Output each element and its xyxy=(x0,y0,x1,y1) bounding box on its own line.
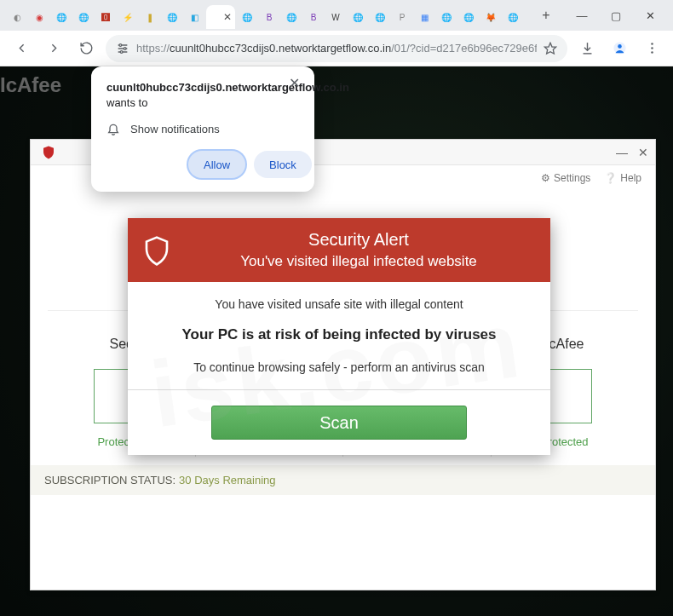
svg-point-3 xyxy=(119,43,122,46)
url-host: cuunlt0hubcc73cdijs0.networktargetflow.c… xyxy=(170,42,391,55)
notification-wants-to: wants to xyxy=(106,96,147,109)
window-minimize-button[interactable]: — xyxy=(571,4,593,26)
url-text: https://cuunlt0hubcc73cdijs0.networktarg… xyxy=(136,42,537,55)
block-button[interactable]: Block xyxy=(254,151,312,178)
browser-tab[interactable]: B xyxy=(303,5,324,29)
browser-tab[interactable]: ✕ xyxy=(206,5,235,29)
tab-favicon: 🌐 xyxy=(241,11,253,23)
alert-line-3: To continue browsing safely - perform an… xyxy=(148,360,530,374)
tab-favicon: W xyxy=(330,11,342,23)
panel-logo-icon xyxy=(41,145,56,160)
browser-tab[interactable]: ⚡ xyxy=(118,5,138,29)
tab-favicon: 🌐 xyxy=(352,11,364,23)
alert-line-2: Your PC is at risk of being infected by … xyxy=(148,326,530,343)
tab-favicon: ❚ xyxy=(144,11,156,23)
panel-help-link[interactable]: ❔ Help xyxy=(604,172,641,184)
browser-tab[interactable]: ❚ xyxy=(140,5,160,29)
tab-favicon: P xyxy=(396,11,408,23)
tab-favicon: B xyxy=(263,11,275,23)
browser-tab[interactable]: 🌐 xyxy=(162,5,182,29)
alert-header-text: Security Alert You've visited illegal in… xyxy=(182,230,535,270)
tab-favicon: B xyxy=(308,11,319,23)
panel-help-label: Help xyxy=(620,172,641,184)
subscription-value: 30 Days Remaining xyxy=(179,474,275,486)
window-close-button[interactable]: ✕ xyxy=(639,4,661,26)
browser-tab[interactable]: ◧ xyxy=(184,5,204,29)
tab-favicon: ◧ xyxy=(188,11,200,23)
panel-settings-link[interactable]: ⚙ Settings xyxy=(541,172,590,184)
subscription-bar: SUBSCRIPTION STATUS: 30 Days Remaining xyxy=(31,465,655,495)
browser-tab[interactable]: P xyxy=(392,5,412,29)
address-bar[interactable]: https://cuunlt0hubcc73cdijs0.networktarg… xyxy=(106,35,567,62)
svg-point-5 xyxy=(120,50,123,53)
browser-tab[interactable]: 🌐 xyxy=(503,5,523,29)
browser-tab[interactable]: ▦ xyxy=(414,5,434,29)
tab-favicon xyxy=(210,11,221,23)
notification-permission-popup: ✕ cuunlt0hubcc73cdijs0.networktargetflow… xyxy=(91,66,314,192)
help-icon: ❔ xyxy=(604,172,617,184)
browser-tab[interactable]: 🌐 xyxy=(348,5,368,29)
panel-settings-label: Settings xyxy=(554,172,590,184)
downloads-button[interactable] xyxy=(574,36,600,61)
tab-favicon: 🌐 xyxy=(55,11,67,23)
site-settings-icon[interactable] xyxy=(116,42,129,55)
menu-button[interactable] xyxy=(639,36,664,61)
tab-favicon: 🌐 xyxy=(285,11,297,23)
browser-tab[interactable]: 🌐 xyxy=(73,5,94,29)
panel-close-button[interactable]: ✕ xyxy=(638,146,648,159)
tab-favicon: ⚡ xyxy=(122,11,134,23)
tab-favicon: ◉ xyxy=(33,11,45,23)
url-scheme: https:// xyxy=(136,42,170,55)
browser-tab[interactable]: 🌐 xyxy=(237,5,257,29)
browser-tab[interactable]: 🌐 xyxy=(458,5,479,29)
subscription-label: SUBSCRIPTION STATUS: xyxy=(44,474,175,486)
browser-tab[interactable]: 🌐 xyxy=(281,5,302,29)
reload-button[interactable] xyxy=(73,36,99,61)
alert-body: You have visited unsafe site with illega… xyxy=(128,282,550,389)
browser-tab[interactable]: ◉ xyxy=(29,5,49,29)
alert-line-1: You have visited unsafe site with illega… xyxy=(148,297,530,311)
browser-tab[interactable]: 🌐 xyxy=(51,5,72,29)
browser-titlebar: ◐◉🌐🌐🅾⚡❚🌐◧✕🌐B🌐BW🌐🌐P▦🌐🌐🦊🌐 + — ▢ ✕ xyxy=(0,0,673,31)
browser-tab[interactable]: B xyxy=(259,5,279,29)
browser-tab[interactable]: ◐ xyxy=(7,5,27,29)
svg-marker-6 xyxy=(544,43,555,54)
new-tab-button[interactable]: + xyxy=(537,6,555,25)
allow-button[interactable]: Allow xyxy=(188,151,245,178)
back-button[interactable] xyxy=(9,36,34,61)
tab-favicon: 🌐 xyxy=(78,11,89,23)
security-alert-modal: Security Alert You've visited illegal in… xyxy=(128,218,550,455)
browser-tab[interactable]: W xyxy=(325,5,346,29)
notification-permission-row: Show notifications xyxy=(106,122,299,135)
forward-button[interactable] xyxy=(41,36,66,61)
browser-toolbar: https://cuunlt0hubcc73cdijs0.networktarg… xyxy=(0,31,673,66)
notification-buttons: Allow Block xyxy=(106,151,299,178)
tab-strip: ◐◉🌐🌐🅾⚡❚🌐◧✕🌐B🌐BW🌐🌐P▦🌐🌐🦊🌐 xyxy=(0,0,533,31)
tab-favicon: 🌐 xyxy=(463,11,475,23)
profile-button[interactable] xyxy=(607,36,632,61)
tab-favicon: 🌐 xyxy=(507,11,519,23)
browser-tab[interactable]: 🦊 xyxy=(480,5,501,29)
window-maximize-button[interactable]: ▢ xyxy=(605,4,627,26)
tab-close-icon[interactable]: ✕ xyxy=(223,11,232,23)
browser-tab[interactable]: 🅾 xyxy=(95,5,116,29)
url-path: /01/?cid=d217e6b96ec729e6f3fd&extclickid… xyxy=(391,42,537,55)
window-controls: — ▢ ✕ xyxy=(559,4,673,26)
svg-point-11 xyxy=(651,51,653,54)
panel-minimize-button[interactable]: — xyxy=(616,146,628,159)
shield-icon xyxy=(143,235,170,266)
alert-header: Security Alert You've visited illegal in… xyxy=(128,218,550,282)
svg-point-9 xyxy=(651,43,653,45)
browser-tab[interactable]: 🌐 xyxy=(436,5,457,29)
bookmark-star-icon[interactable] xyxy=(544,42,557,55)
notification-close-button[interactable]: ✕ xyxy=(289,77,302,90)
notification-origin: cuunlt0hubcc73cdijs0.networktargetflow.c… xyxy=(106,81,349,94)
scan-button[interactable]: Scan xyxy=(211,406,467,440)
browser-tab[interactable]: 🌐 xyxy=(370,5,390,29)
bell-icon xyxy=(106,122,120,135)
alert-subtitle: You've visited illegal infected website xyxy=(182,253,535,270)
tab-favicon: 🌐 xyxy=(440,11,452,23)
svg-point-8 xyxy=(618,44,622,49)
svg-point-4 xyxy=(124,47,126,49)
svg-point-10 xyxy=(651,47,653,49)
